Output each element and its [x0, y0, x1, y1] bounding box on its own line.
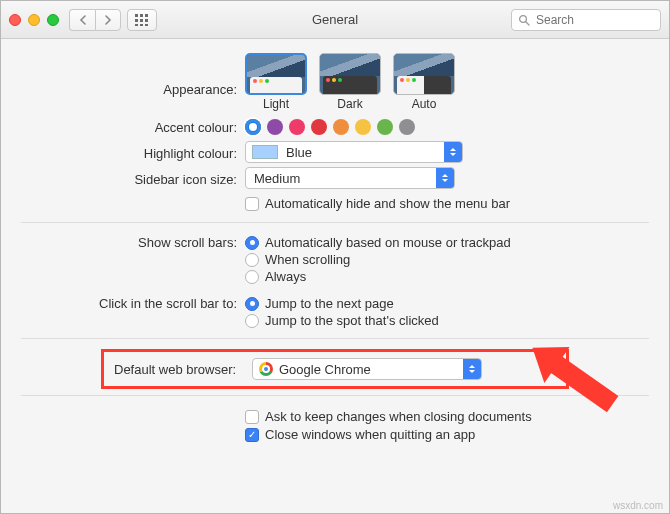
accent-pink[interactable]	[289, 119, 305, 135]
ask-changes-checkbox[interactable]: Ask to keep changes when closing documen…	[245, 409, 639, 424]
svg-rect-1	[140, 14, 143, 17]
browser-label: Default web browser:	[112, 362, 252, 377]
svg-rect-6	[135, 24, 138, 26]
chevron-up-down-icon	[436, 168, 454, 188]
chevron-right-icon	[104, 15, 112, 25]
preferences-window: General Appearance: Light Dark	[0, 0, 670, 514]
svg-rect-0	[135, 14, 138, 17]
ask-changes-label: Ask to keep changes when closing documen…	[265, 409, 532, 424]
svg-rect-3	[135, 19, 138, 22]
svg-rect-2	[145, 14, 148, 17]
browser-value: Google Chrome	[277, 362, 463, 377]
scrollclick-spot-label: Jump to the spot that's clicked	[265, 313, 439, 328]
separator	[21, 395, 649, 396]
checkbox-checked-icon: ✓	[245, 428, 259, 442]
radio-icon	[245, 236, 259, 250]
checkbox-icon	[245, 410, 259, 424]
radio-icon	[245, 297, 259, 311]
scroll-always-label: Always	[265, 269, 306, 284]
accent-blue[interactable]	[245, 119, 261, 135]
default-browser-dropdown[interactable]: Google Chrome	[252, 358, 482, 380]
appearance-auto-label: Auto	[412, 97, 437, 111]
appearance-light[interactable]: Light	[245, 53, 307, 111]
accent-colour-picker	[245, 117, 639, 135]
scrollbars-label: Show scroll bars:	[1, 233, 245, 250]
search-field[interactable]	[511, 9, 661, 31]
close-window-button[interactable]	[9, 14, 21, 26]
chevron-left-icon	[79, 15, 87, 25]
forward-button[interactable]	[95, 9, 121, 31]
watermark: wsxdn.com	[613, 500, 663, 511]
accent-green[interactable]	[377, 119, 393, 135]
svg-rect-7	[140, 24, 143, 26]
nav-back-forward	[69, 9, 121, 31]
separator	[21, 222, 649, 223]
scrollclick-spot-radio[interactable]: Jump to the spot that's clicked	[245, 313, 639, 328]
scroll-when-scrolling-label: When scrolling	[265, 252, 350, 267]
accent-yellow[interactable]	[355, 119, 371, 135]
content-area: Appearance: Light Dark Auto	[1, 39, 669, 513]
sidebar-size-value: Medium	[246, 171, 436, 186]
sidebar-size-dropdown[interactable]: Medium	[245, 167, 455, 189]
radio-icon	[245, 314, 259, 328]
radio-icon	[245, 253, 259, 267]
default-browser-highlight: Default web browser: Google Chrome	[101, 349, 569, 389]
separator	[21, 338, 649, 339]
scrollclick-next-radio[interactable]: Jump to the next page	[245, 296, 639, 311]
close-windows-label: Close windows when quitting an app	[265, 427, 475, 442]
scroll-auto-label: Automatically based on mouse or trackpad	[265, 235, 511, 250]
scroll-auto-radio[interactable]: Automatically based on mouse or trackpad	[245, 235, 639, 250]
scrollclick-label: Click in the scroll bar to:	[1, 294, 245, 311]
scrollclick-next-label: Jump to the next page	[265, 296, 394, 311]
accent-purple[interactable]	[267, 119, 283, 135]
titlebar: General	[1, 1, 669, 39]
appearance-auto[interactable]: Auto	[393, 53, 455, 111]
svg-rect-5	[145, 19, 148, 22]
radio-icon	[245, 270, 259, 284]
scroll-always-radio[interactable]: Always	[245, 269, 639, 284]
highlight-value: Blue	[284, 145, 444, 160]
scroll-when-scrolling-radio[interactable]: When scrolling	[245, 252, 639, 267]
show-all-button[interactable]	[127, 9, 157, 31]
chevron-up-down-icon	[444, 142, 462, 162]
checkbox-icon	[245, 197, 259, 211]
traffic-lights	[9, 14, 59, 26]
chrome-icon	[259, 362, 273, 376]
svg-rect-8	[145, 24, 148, 26]
highlight-label: Highlight colour:	[1, 144, 245, 161]
appearance-dark[interactable]: Dark	[319, 53, 381, 111]
highlight-colour-dropdown[interactable]: Blue	[245, 141, 463, 163]
accent-label: Accent colour:	[1, 118, 245, 135]
highlight-swatch	[252, 145, 278, 159]
close-windows-checkbox[interactable]: ✓ Close windows when quitting an app	[245, 427, 639, 442]
appearance-dark-label: Dark	[337, 97, 362, 111]
menubar-autohide-label: Automatically hide and show the menu bar	[265, 196, 510, 211]
sidebar-size-label: Sidebar icon size:	[1, 170, 245, 187]
search-icon	[518, 14, 530, 26]
svg-line-10	[526, 22, 529, 25]
appearance-light-label: Light	[263, 97, 289, 111]
svg-rect-4	[140, 19, 143, 22]
grid-icon	[135, 14, 149, 26]
minimize-window-button[interactable]	[28, 14, 40, 26]
chevron-up-down-icon	[463, 359, 481, 379]
appearance-label: Appearance:	[1, 68, 245, 97]
accent-orange[interactable]	[333, 119, 349, 135]
menubar-autohide-checkbox[interactable]: Automatically hide and show the menu bar	[245, 196, 639, 211]
back-button[interactable]	[69, 9, 95, 31]
appearance-options: Light Dark Auto	[245, 53, 639, 111]
accent-red[interactable]	[311, 119, 327, 135]
svg-point-9	[520, 15, 527, 22]
accent-graphite[interactable]	[399, 119, 415, 135]
zoom-window-button[interactable]	[47, 14, 59, 26]
search-input[interactable]	[534, 12, 654, 28]
